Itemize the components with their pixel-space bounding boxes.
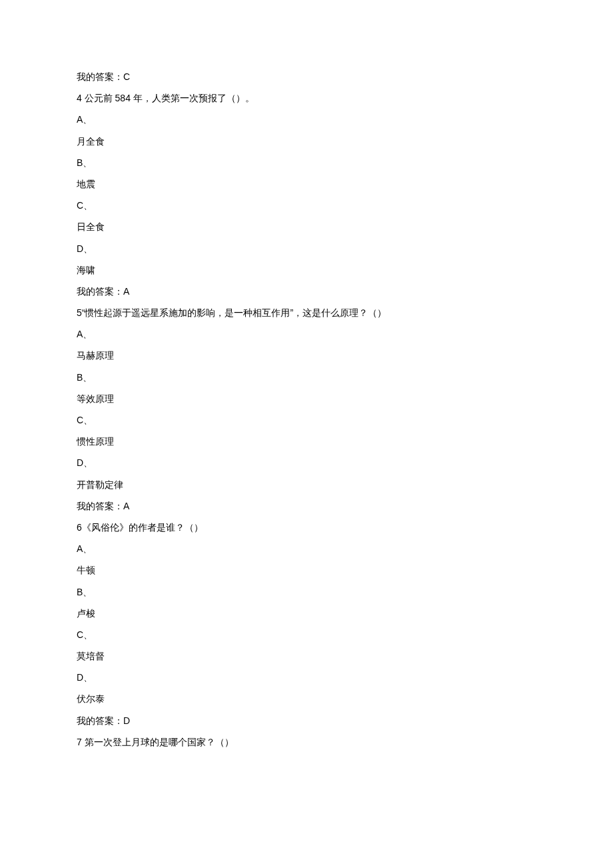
option-label-D: D、 xyxy=(77,244,536,253)
q6-text: 《风俗伦》的作者是谁？（） xyxy=(82,522,203,533)
option-label-C: C、 xyxy=(77,201,536,210)
option-D: D、 xyxy=(77,457,93,468)
option-label-D: D、 xyxy=(77,458,536,467)
q7-text: 第一次登上月球的是哪个国家？（） xyxy=(85,737,234,747)
option-label-A: A、 xyxy=(77,544,536,553)
q4-year: 584 xyxy=(115,93,133,103)
opt-b-text: 卢梭 xyxy=(77,608,95,619)
opt-b-text: 地震 xyxy=(77,179,95,189)
option-text-C: 惯性原理 xyxy=(77,437,536,446)
q4-number: 4 xyxy=(77,93,85,103)
option-text-B: 地震 xyxy=(77,179,536,189)
q6-number: 6 xyxy=(77,522,82,533)
option-B: B、 xyxy=(77,587,92,597)
question-4-stem: 4 公元前 584 年，人类第一次预报了（）。 xyxy=(77,93,536,103)
option-text-A: 牛顿 xyxy=(77,565,536,575)
q7-number: 7 xyxy=(77,737,85,747)
option-B: B、 xyxy=(77,157,92,168)
opt-d-text: 伏尔泰 xyxy=(77,693,105,704)
question-7-stem: 7 第一次登上月球的是哪个国家？（） xyxy=(77,737,536,747)
q4-text-a: 公元前 xyxy=(85,93,115,103)
option-text-C: 莫培督 xyxy=(77,651,536,661)
option-A: A、 xyxy=(77,114,92,125)
option-label-B: B、 xyxy=(77,373,536,382)
opt-b-text: 等效原理 xyxy=(77,393,114,404)
opt-a-text: 马赫原理 xyxy=(77,350,114,361)
option-C: C、 xyxy=(77,415,93,425)
answer-line-q5: 我的答案：A xyxy=(77,501,536,511)
question-6-stem: 6《风俗伦》的作者是谁？（） xyxy=(77,523,536,532)
option-text-B: 等效原理 xyxy=(77,394,536,403)
opt-d-text: 海啸 xyxy=(77,265,95,275)
option-label-A: A、 xyxy=(77,115,536,124)
option-text-B: 卢梭 xyxy=(77,609,536,618)
answer-text: 我的答案：A xyxy=(77,501,129,511)
option-label-C: C、 xyxy=(77,630,536,639)
answer-line-q3: 我的答案：C xyxy=(77,72,536,81)
option-label-B: B、 xyxy=(77,158,536,167)
opt-a-text: 月全食 xyxy=(77,136,105,147)
option-D: D、 xyxy=(77,672,93,683)
opt-c-text: 日全食 xyxy=(77,221,105,232)
opt-a-text: 牛顿 xyxy=(77,565,95,575)
answer-text: 我的答案：A xyxy=(77,286,129,297)
option-label-C: C、 xyxy=(77,415,536,425)
answer-line-q6: 我的答案：D xyxy=(77,716,536,725)
opt-c-text: 莫培督 xyxy=(77,651,105,661)
option-text-A: 月全食 xyxy=(77,137,536,146)
option-label-D: D、 xyxy=(77,673,536,682)
option-text-D: 开普勒定律 xyxy=(77,480,536,489)
option-text-A: 马赫原理 xyxy=(77,351,536,360)
option-A: A、 xyxy=(77,329,92,339)
option-C: C、 xyxy=(77,200,93,211)
option-text-C: 日全食 xyxy=(77,222,536,231)
option-C: C、 xyxy=(77,629,93,640)
opt-d-text: 开普勒定律 xyxy=(77,479,123,490)
q5-number: 5 xyxy=(77,307,82,318)
q4-text-b: 年，人类第一次预报了（）。 xyxy=(133,93,255,103)
opt-c-text: 惯性原理 xyxy=(77,436,114,447)
question-5-stem: 5“惯性起源于遥远星系施加的影响，是一种相互作用”，这是什么原理？（） xyxy=(77,308,536,317)
q5-text: “惯性起源于遥远星系施加的影响，是一种相互作用”，这是什么原理？（） xyxy=(82,307,386,318)
answer-line-q4: 我的答案：A xyxy=(77,287,536,296)
option-D: D、 xyxy=(77,243,93,254)
option-label-A: A、 xyxy=(77,329,536,339)
option-label-B: B、 xyxy=(77,587,536,597)
answer-text: 我的答案：C xyxy=(77,71,130,82)
option-A: A、 xyxy=(77,543,92,554)
option-text-D: 伏尔泰 xyxy=(77,694,536,703)
answer-text: 我的答案：D xyxy=(77,715,130,726)
option-B: B、 xyxy=(77,372,92,383)
option-text-D: 海啸 xyxy=(77,265,536,275)
